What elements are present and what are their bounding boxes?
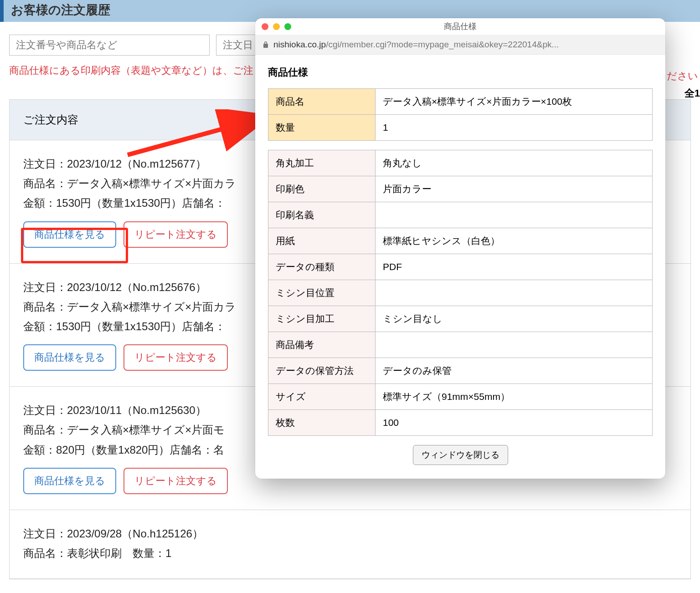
table-row: ミシン目加工ミシン目なし bbox=[268, 306, 653, 332]
page-title: お客様の注文履歴 bbox=[11, 2, 693, 18]
spec-key: データの種類 bbox=[268, 254, 376, 280]
table-row: ミシン目位置 bbox=[268, 280, 653, 306]
spec-value: PDF bbox=[376, 254, 653, 280]
table-row: 用紙標準紙ヒヤシンス（白色） bbox=[268, 228, 653, 254]
popup-heading: 商品仕様 bbox=[268, 66, 653, 79]
spec-value: ミシン目なし bbox=[376, 306, 653, 332]
view-spec-button[interactable]: 商品仕様を見る bbox=[23, 221, 116, 248]
spec-value: データ入稿×標準サイズ×片面カラー×100枚 bbox=[376, 89, 653, 115]
close-window-button[interactable]: ウィンドウを閉じる bbox=[413, 445, 508, 465]
table-row: 角丸加工角丸なし bbox=[268, 150, 653, 176]
spec-key: 数量 bbox=[268, 115, 376, 141]
spec-value: 片面カラー bbox=[376, 176, 653, 202]
table-row: 印刷名義 bbox=[268, 202, 653, 228]
spec-key: 印刷名義 bbox=[268, 202, 376, 228]
spec-head-table: 商品名データ入稿×標準サイズ×片面カラー×100枚数量1 bbox=[268, 88, 653, 141]
spec-key: 商品名 bbox=[268, 89, 376, 115]
spec-key: データの保管方法 bbox=[268, 358, 376, 384]
spec-body-table: 角丸加工角丸なし印刷色片面カラー印刷名義用紙標準紙ヒヤシンス（白色）データの種類… bbox=[268, 150, 653, 436]
count-text: 全1 bbox=[685, 87, 700, 100]
popup-body: 商品仕様 商品名データ入稿×標準サイズ×片面カラー×100枚数量1 角丸加工角丸… bbox=[255, 55, 665, 479]
url-bar: nishioka.co.jp/cgi/member.cgi?mode=mypag… bbox=[255, 35, 665, 55]
spec-value bbox=[376, 332, 653, 358]
table-row: サイズ標準サイズ（91mm×55mm） bbox=[268, 384, 653, 410]
table-row: 数量1 bbox=[268, 115, 653, 141]
warning-tail: ださい bbox=[667, 69, 698, 83]
view-spec-button[interactable]: 商品仕様を見る bbox=[23, 344, 116, 371]
spec-key: ミシン目位置 bbox=[268, 280, 376, 306]
spec-popup-window: 商品仕様 nishioka.co.jp/cgi/member.cgi?mode=… bbox=[255, 18, 665, 479]
table-row: 枚数100 bbox=[268, 410, 653, 436]
table-row: 商品備考 bbox=[268, 332, 653, 358]
spec-value bbox=[376, 280, 653, 306]
spec-value: 標準サイズ（91mm×55mm） bbox=[376, 384, 653, 410]
spec-value bbox=[376, 202, 653, 228]
table-row: 商品名データ入稿×標準サイズ×片面カラー×100枚 bbox=[268, 89, 653, 115]
search-input[interactable] bbox=[9, 35, 210, 56]
table-row: データの保管方法データのみ保管 bbox=[268, 358, 653, 384]
spec-key: サイズ bbox=[268, 384, 376, 410]
spec-key: 用紙 bbox=[268, 228, 376, 254]
popup-titlebar: 商品仕様 bbox=[255, 18, 665, 35]
url-path: /cgi/member.cgi?mode=mypage_meisai&okey=… bbox=[326, 40, 559, 49]
spec-key: 印刷色 bbox=[268, 176, 376, 202]
spec-value: 100 bbox=[376, 410, 653, 436]
table-row: データの種類PDF bbox=[268, 254, 653, 280]
view-spec-button[interactable]: 商品仕様を見る bbox=[23, 468, 116, 494]
spec-value: 標準紙ヒヤシンス（白色） bbox=[376, 228, 653, 254]
order-line: 商品名：表彰状印刷 数量：1 bbox=[23, 543, 677, 563]
table-row: 印刷色片面カラー bbox=[268, 176, 653, 202]
spec-value: 1 bbox=[376, 115, 653, 141]
popup-window-title: 商品仕様 bbox=[255, 21, 665, 32]
spec-key: 枚数 bbox=[268, 410, 376, 436]
spec-value: データのみ保管 bbox=[376, 358, 653, 384]
order-line: 注文日：2023/09/28（No.h125126） bbox=[23, 524, 677, 543]
order-item: 注文日：2023/09/28（No.h125126）商品名：表彰状印刷 数量：1 bbox=[10, 510, 690, 579]
spec-key: 角丸加工 bbox=[268, 150, 376, 176]
repeat-order-button[interactable]: リピート注文する bbox=[124, 221, 228, 248]
repeat-order-button[interactable]: リピート注文する bbox=[124, 468, 228, 494]
spec-key: 商品備考 bbox=[268, 332, 376, 358]
url-host: nishioka.co.jp bbox=[273, 40, 326, 49]
lock-icon bbox=[262, 41, 269, 48]
spec-value: 角丸なし bbox=[376, 150, 653, 176]
spec-key: ミシン目加工 bbox=[268, 306, 376, 332]
url-text: nishioka.co.jp/cgi/member.cgi?mode=mypag… bbox=[273, 40, 559, 50]
repeat-order-button[interactable]: リピート注文する bbox=[124, 344, 228, 371]
